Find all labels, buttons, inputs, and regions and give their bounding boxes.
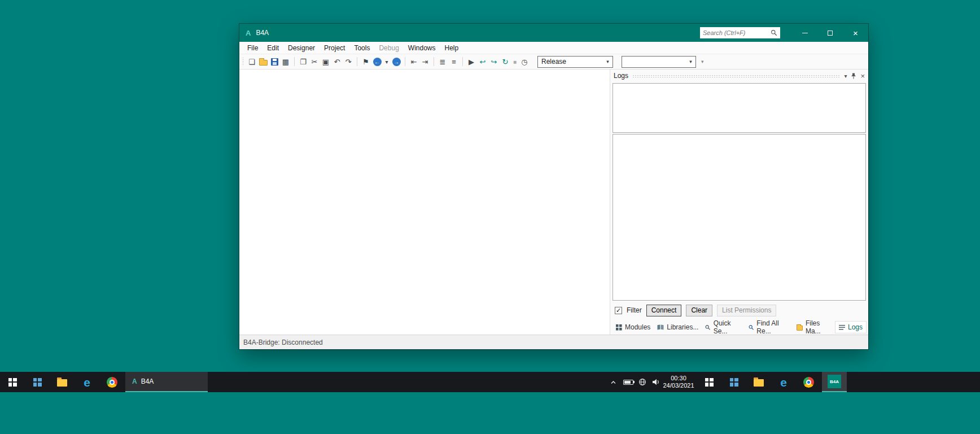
tray-show-hidden-icons[interactable] (606, 372, 620, 392)
build-configuration-value: Release (541, 58, 566, 66)
tab-find-all-references[interactable]: Find All Re... (745, 318, 793, 337)
indent-icon[interactable]: ⇥ (419, 55, 431, 68)
open-project-icon[interactable] (257, 55, 269, 68)
minimize-button[interactable] (792, 24, 817, 42)
logs-filter-list[interactable] (613, 83, 866, 133)
taskbar-app-blue-tiles-secondary[interactable] (721, 372, 746, 392)
menu-help[interactable]: Help (440, 42, 463, 54)
chevron-down-icon: ▾ (686, 59, 695, 64)
tray-network[interactable] (636, 372, 649, 392)
back-dropdown-icon[interactable]: ▾ (383, 55, 391, 68)
search-input[interactable] (703, 29, 771, 36)
maximize-button[interactable] (817, 24, 843, 42)
cut-icon[interactable]: ✂ (309, 55, 320, 68)
logs-panel-header[interactable]: Logs ▾ × (610, 70, 868, 82)
pin-icon[interactable] (851, 73, 856, 79)
outdent-icon[interactable]: ⇤ (408, 55, 419, 68)
restart-icon[interactable]: ↻ (500, 55, 511, 68)
blue-tiles-icon (33, 378, 42, 387)
step-over-icon[interactable]: ↪ (488, 55, 500, 68)
taskbar-chrome-secondary[interactable] (796, 372, 821, 392)
tab-label: Libraries... (667, 323, 698, 331)
tab-quick-search[interactable]: Quick Se... (702, 318, 745, 337)
taskbar-internet-explorer-secondary[interactable]: e (771, 372, 796, 392)
module-dropdown[interactable]: ▾ (622, 56, 696, 68)
uncomment-icon[interactable]: ≡ (448, 55, 460, 68)
code-editor-area[interactable] (239, 70, 610, 335)
tab-label: Modules (625, 323, 650, 331)
menu-windows[interactable]: Windows (404, 42, 440, 54)
new-file-icon[interactable]: ❏ (246, 55, 257, 68)
taskbar-internet-explorer[interactable]: e (75, 372, 99, 392)
panel-close-icon[interactable]: × (860, 72, 865, 80)
windows-logo-icon (705, 378, 714, 387)
taskbar-file-explorer[interactable] (50, 372, 75, 392)
toolbar-grip[interactable] (242, 57, 244, 66)
close-button[interactable]: × (843, 24, 868, 42)
tab-libraries[interactable]: Libraries... (654, 322, 702, 333)
paste-icon[interactable]: ▣ (320, 55, 331, 68)
tab-label: Quick Se... (714, 319, 742, 335)
toolbar-overflow-icon[interactable]: ▾ (701, 59, 704, 64)
titlebar[interactable]: A B4A × (239, 24, 868, 42)
folder-icon (754, 379, 764, 387)
tab-label: Files Ma... (806, 319, 832, 335)
speaker-icon (651, 378, 660, 386)
start-button[interactable] (0, 372, 25, 392)
copy-icon[interactable]: ❐ (298, 55, 309, 68)
taskbar-app-blue-tiles[interactable] (25, 372, 50, 392)
menu-edit[interactable]: Edit (262, 42, 283, 54)
battery-icon (623, 380, 633, 385)
internet-explorer-icon: e (780, 376, 787, 388)
undo-icon[interactable]: ↶ (331, 55, 343, 68)
search-box[interactable] (700, 27, 780, 38)
logs-panel: Logs ▾ × ✓ Filter Connect Clear List Per… (610, 70, 868, 335)
taskbar-chrome[interactable] (99, 372, 124, 392)
folder-icon (797, 326, 803, 331)
desktop: A B4A × File Edit Designer Project Tools… (0, 0, 980, 434)
chevron-down-icon: ▾ (603, 59, 613, 64)
toolbar-separator (294, 57, 295, 66)
logs-output-list[interactable] (613, 134, 866, 301)
internet-explorer-icon: e (84, 376, 90, 388)
back-circle-icon: ← (373, 58, 382, 66)
window-title: B4A (256, 29, 269, 37)
taskbar-b4a-app-button[interactable]: A B4A (125, 372, 208, 392)
taskbar-clock[interactable]: 00:30 24/03/2021 (660, 372, 697, 392)
panel-menu-caret-icon[interactable]: ▾ (844, 73, 847, 79)
export-zip-icon[interactable]: ▦ (280, 55, 291, 68)
navigate-back-icon[interactable]: ← (371, 55, 383, 68)
find-all-magnifier-icon (749, 324, 754, 331)
filter-checkbox[interactable]: ✓ (615, 307, 622, 314)
toolbar: ❏ ▦ ❐ ✂ ▣ ↶ ↷ ⚑ ← ▾ → ⇤ ⇥ ≣ ≡ ▶ ↩ ↪ ↻ (239, 54, 868, 70)
resume-icon[interactable]: ↩ (477, 55, 488, 68)
taskbar-file-explorer-secondary[interactable] (746, 372, 771, 392)
menu-project[interactable]: Project (320, 42, 349, 54)
menu-file[interactable]: File (243, 42, 262, 54)
chrome-icon (803, 377, 814, 388)
compile-timer-icon[interactable]: ◷ (519, 55, 530, 68)
save-icon[interactable] (269, 55, 280, 68)
taskbar-b4a-tile-button[interactable]: B4A (822, 372, 847, 392)
logs-controls: ✓ Filter Connect Clear List Permissions (610, 301, 868, 320)
tab-logs[interactable]: Logs (835, 322, 866, 333)
tab-modules[interactable]: Modules (613, 322, 654, 333)
redo-icon[interactable]: ↷ (343, 55, 354, 68)
connect-button[interactable]: Connect (646, 305, 682, 316)
menu-tools[interactable]: Tools (349, 42, 374, 54)
tray-battery[interactable] (621, 372, 636, 392)
bookmark-icon[interactable]: ⚑ (360, 55, 371, 68)
menu-designer[interactable]: Designer (283, 42, 320, 54)
tab-label: Find All Re... (756, 319, 789, 335)
build-configuration-dropdown[interactable]: Release ▾ (537, 56, 613, 68)
run-icon[interactable]: ▶ (466, 55, 477, 68)
tab-files-manager[interactable]: Files Ma... (793, 318, 835, 337)
clear-button[interactable]: Clear (686, 305, 712, 316)
panel-drag-dots (632, 75, 840, 78)
stop-icon: ■ (511, 55, 519, 68)
comment-icon[interactable]: ≣ (437, 55, 448, 68)
b4a-window: A B4A × File Edit Designer Project Tools… (239, 24, 868, 349)
navigate-forward-icon[interactable]: → (391, 55, 402, 68)
modules-grid-icon (616, 324, 622, 331)
start-button-secondary[interactable] (697, 372, 721, 392)
